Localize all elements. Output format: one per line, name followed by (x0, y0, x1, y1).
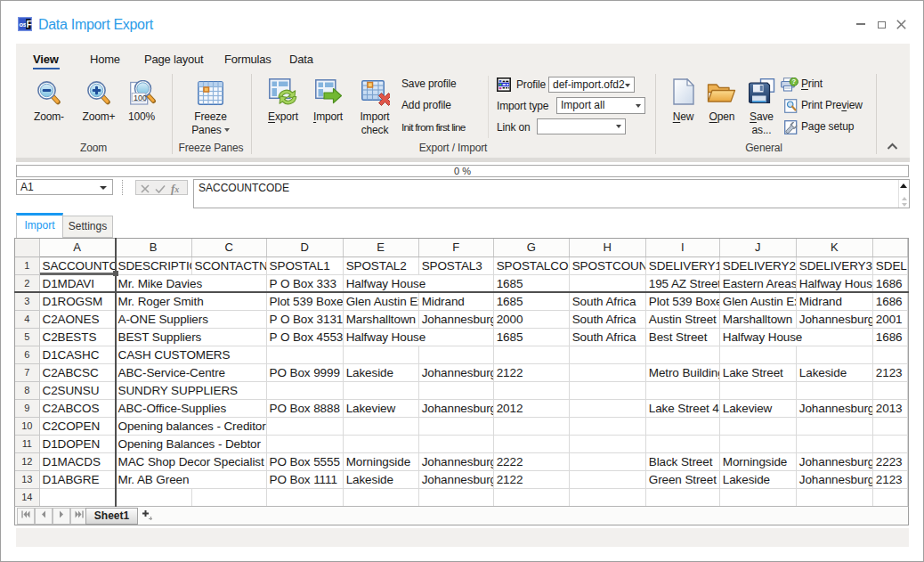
svg-text:F: F (26, 19, 32, 29)
svg-text:100: 100 (134, 93, 147, 102)
svg-text:?: ? (792, 77, 797, 86)
